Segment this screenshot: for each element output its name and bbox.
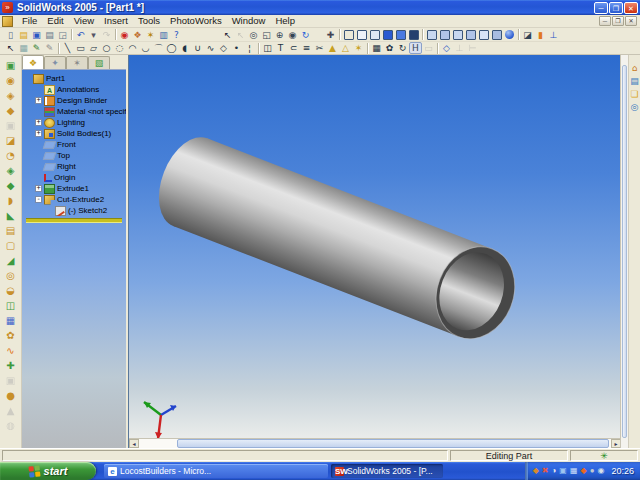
menu-help[interactable]: Help bbox=[270, 15, 300, 27]
perimeter-circle-button[interactable]: ◌ bbox=[113, 42, 126, 54]
linear-sketch-pattern-button[interactable]: ▦ bbox=[370, 42, 383, 54]
instant3d-button[interactable]: ▣ bbox=[3, 373, 19, 388]
sketch-picture-button[interactable]: ▭ bbox=[422, 42, 435, 54]
tree-item-material-not-specified[interactable]: Material <not specified> bbox=[24, 106, 126, 117]
tree-item-sketch2[interactable]: (-) Sketch2 bbox=[24, 205, 126, 216]
tree-item-top[interactable]: Top bbox=[24, 150, 126, 161]
tree-expander[interactable]: + bbox=[35, 130, 42, 137]
close-button[interactable]: ✕ bbox=[624, 2, 638, 14]
rebuild-button[interactable]: ◉ bbox=[118, 29, 131, 41]
bottom-view-button[interactable] bbox=[490, 29, 503, 41]
hidden-lines-removed-button[interactable] bbox=[368, 29, 381, 41]
mirror-entities-button[interactable]: ◫ bbox=[261, 42, 274, 54]
rectangle-button[interactable]: ▭ bbox=[74, 42, 87, 54]
pan-button[interactable]: ✚ bbox=[324, 29, 337, 41]
display-relations-button[interactable]: △ bbox=[339, 42, 352, 54]
hole-wizard-button[interactable]: ◎ bbox=[3, 268, 19, 283]
help-button[interactable]: ? bbox=[170, 29, 183, 41]
view-orientation-button[interactable] bbox=[503, 29, 516, 41]
horizontal-dimension-button[interactable]: ⊥ bbox=[453, 42, 466, 54]
restore-button[interactable]: ❐ bbox=[609, 2, 623, 14]
section-view-button[interactable]: ◪ bbox=[521, 29, 534, 41]
third-party-tab[interactable]: ▧ bbox=[88, 56, 110, 69]
taskbar-button-solidworks[interactable]: SWSolidWorks 2005 - [P... bbox=[331, 464, 443, 478]
smart-dimension-button[interactable]: ◇ bbox=[440, 42, 453, 54]
tray-icon-6[interactable]: ◆ bbox=[580, 462, 586, 480]
zoom-to-selection-button[interactable]: ◉ bbox=[286, 29, 299, 41]
curve-button[interactable]: ∿ bbox=[3, 343, 19, 358]
mdi-restore-button[interactable]: ❐ bbox=[612, 16, 624, 26]
chamfer-button[interactable]: ◣ bbox=[3, 208, 19, 223]
configurationmanager-tab[interactable]: ✶ bbox=[66, 56, 88, 69]
print-button[interactable]: ▤ bbox=[43, 29, 56, 41]
swept-boss-button[interactable]: ◈ bbox=[3, 88, 19, 103]
menu-insert[interactable]: Insert bbox=[99, 15, 133, 27]
tree-item-part1[interactable]: Part1 bbox=[24, 73, 126, 84]
rib-button[interactable]: ▤ bbox=[3, 223, 19, 238]
thicken-button[interactable]: ▣ bbox=[3, 118, 19, 133]
propertymanager-tab[interactable]: ✦ bbox=[44, 56, 66, 69]
tray-icon-5[interactable]: ▦ bbox=[570, 462, 578, 480]
circular-pattern-button[interactable]: ✿ bbox=[3, 328, 19, 343]
menu-window[interactable]: Window bbox=[227, 15, 271, 27]
scroll-left-arrow-icon[interactable]: ◂ bbox=[129, 439, 139, 448]
reference-geometry-button[interactable]: ✚ bbox=[3, 358, 19, 373]
menu-edit[interactable]: Edit bbox=[42, 15, 68, 27]
menu-photoworks[interactable]: PhotoWorks bbox=[165, 15, 227, 27]
tree-item-extrude1[interactable]: +Extrude1 bbox=[24, 183, 126, 194]
menu-view[interactable]: View bbox=[69, 15, 99, 27]
grid-button[interactable]: ▦ bbox=[17, 42, 30, 54]
featuremanager-tab[interactable]: ❖ bbox=[22, 55, 44, 69]
lofted-cut-button[interactable]: ◆ bbox=[3, 178, 19, 193]
select-other-button[interactable]: ↖ bbox=[234, 29, 247, 41]
lofted-boss-button[interactable]: ◆ bbox=[3, 103, 19, 118]
solidworks-resources-button[interactable]: ⌂ bbox=[629, 61, 640, 74]
tree-item-front[interactable]: Front bbox=[24, 139, 126, 150]
tree-expander[interactable]: - bbox=[35, 196, 42, 203]
menu-file[interactable]: File bbox=[17, 15, 42, 27]
tree-item-annotations[interactable]: AAnnotations bbox=[24, 84, 126, 95]
file-explorer-button[interactable]: ❏ bbox=[629, 87, 640, 100]
zoom-to-area-button[interactable]: ◱ bbox=[260, 29, 273, 41]
select-button[interactable]: ↖ bbox=[221, 29, 234, 41]
extruded-boss-button[interactable]: ▣ bbox=[3, 58, 19, 73]
graphics-viewport[interactable]: ◂ ▸ bbox=[128, 55, 620, 448]
tray-icon-8[interactable]: ◉ bbox=[597, 462, 604, 480]
horizontal-scroll-track[interactable] bbox=[139, 439, 611, 448]
freeform-button[interactable]: ● bbox=[3, 388, 19, 403]
revolved-cut-button[interactable]: ◔ bbox=[3, 148, 19, 163]
offset-entities-button[interactable]: ≡ bbox=[300, 42, 313, 54]
taskbar-button-locostbuilders[interactable]: eLocostBuilders - Micro... bbox=[104, 464, 328, 478]
new-document-button[interactable]: ▯ bbox=[4, 29, 17, 41]
modify-sketch-button[interactable]: ↻ bbox=[396, 42, 409, 54]
3d-sketch-button[interactable]: ✎ bbox=[43, 42, 56, 54]
vertical-scroll-thumb[interactable] bbox=[622, 65, 627, 438]
options-button[interactable]: ▥ bbox=[157, 29, 170, 41]
tree-item-design-binder[interactable]: +Design Binder bbox=[24, 95, 126, 106]
tree-item-solid-bodies-1[interactable]: +Solid Bodies(1) bbox=[24, 128, 126, 139]
zoom-to-fit-button[interactable]: ◎ bbox=[247, 29, 260, 41]
ellipse-button[interactable]: ◯ bbox=[165, 42, 178, 54]
right-view-button[interactable] bbox=[464, 29, 477, 41]
shell-button[interactable]: ▢ bbox=[3, 238, 19, 253]
tray-icon-4[interactable]: ▣ bbox=[559, 462, 567, 480]
undo-button[interactable]: ↶ bbox=[74, 29, 87, 41]
mdi-minimize-button[interactable]: ─ bbox=[599, 16, 611, 26]
select-tool-button[interactable]: ↖ bbox=[4, 42, 17, 54]
quick-snaps-button[interactable]: ✶ bbox=[352, 42, 365, 54]
tree-item-cut-extrude2[interactable]: -Cut-Extrude2 bbox=[24, 194, 126, 205]
tree-expander[interactable]: + bbox=[35, 119, 42, 126]
hidden-lines-visible-button[interactable] bbox=[355, 29, 368, 41]
parallelogram-button[interactable]: ▱ bbox=[87, 42, 100, 54]
circle-button[interactable]: ○ bbox=[100, 42, 113, 54]
redo-button[interactable]: ↷ bbox=[100, 29, 113, 41]
left-view-button[interactable] bbox=[451, 29, 464, 41]
start-button[interactable]: start bbox=[0, 462, 96, 480]
tangent-arc-button[interactable]: ◡ bbox=[139, 42, 152, 54]
save-button[interactable]: ▣ bbox=[30, 29, 43, 41]
minimize-button[interactable]: ─ bbox=[594, 2, 608, 14]
deform-button[interactable]: ◍ bbox=[3, 418, 19, 433]
centerline-button[interactable]: ¦ bbox=[243, 42, 256, 54]
search-button[interactable]: ◎ bbox=[629, 100, 640, 113]
refresh-view-button[interactable]: ↻ bbox=[299, 29, 312, 41]
